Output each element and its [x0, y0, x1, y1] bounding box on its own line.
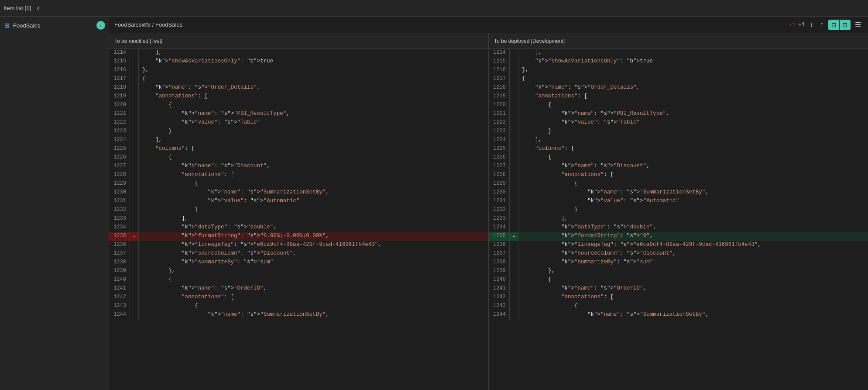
line-code: ],: [518, 215, 868, 224]
line-code: ],: [518, 136, 868, 145]
line-number: 1229: [489, 180, 510, 189]
line-number: 1237: [109, 250, 130, 259]
table-row: 1230 "k">"name": "s">"SummarizationSetBy…: [109, 189, 488, 197]
line-gutter: [130, 93, 139, 101]
line-gutter: [510, 276, 518, 285]
line-number: 1222: [109, 119, 130, 128]
line-code: "k">"lineageTag": "s">"e6ca9cf4-89aa-429…: [518, 241, 868, 250]
line-number: 1240: [109, 276, 130, 285]
line-number: 1234: [109, 224, 130, 232]
table-row: 1223 }: [109, 128, 488, 136]
line-number: 1219: [489, 93, 510, 101]
table-row: 1239 },: [109, 267, 488, 276]
table-row: 1219 "annotations": [: [109, 93, 488, 101]
line-gutter: [510, 136, 518, 145]
split-view-button[interactable]: ⊟: [829, 20, 840, 30]
table-row: 1232 }: [109, 206, 488, 215]
table-row: 1236 "k">"lineageTag": "s">"e6ca9cf4-89a…: [109, 241, 488, 250]
line-number: 1228: [109, 171, 130, 180]
line-code: "k">"value": "s">"Table": [139, 119, 488, 128]
line-code: "columns": [: [518, 145, 868, 154]
line-code: "k">"sourceColumn": "s">"Discount",: [518, 250, 868, 259]
line-gutter: [130, 206, 139, 215]
sidebar-item-foodsales[interactable]: ⊞ FoodSales ↓: [0, 18, 109, 32]
line-number: 1236: [109, 241, 130, 250]
line-code: "k">"value": "s">"Automatic": [518, 197, 868, 206]
line-gutter: [130, 110, 139, 119]
table-row: 1236 "k">"lineageTag": "s">"e6ca9cf4-89a…: [489, 241, 868, 250]
table-row: 1234 "k">"dataType": "s">"double",: [489, 224, 868, 232]
nav-up-button[interactable]: ↑: [818, 20, 826, 30]
table-row: 1221 "k">"name": "s">"PBI_ResultType",: [109, 110, 488, 119]
line-number: 1241: [489, 285, 510, 293]
inline-view-button[interactable]: ⊡: [840, 20, 850, 30]
table-row: 1233 ],: [109, 215, 488, 224]
line-number: 1221: [109, 110, 130, 119]
line-code: {: [139, 154, 488, 162]
line-code: ],: [139, 215, 488, 224]
table-row: 1242 "annotations": [: [489, 293, 868, 302]
line-code: {: [139, 180, 488, 189]
line-code: {: [518, 276, 868, 285]
line-gutter: [510, 189, 518, 197]
collapse-icon[interactable]: ‹: [36, 4, 41, 12]
line-gutter: [510, 110, 518, 119]
table-row: 1242 "annotations": [: [109, 293, 488, 302]
left-panel-content[interactable]: 1214 ],1215 "k">"showAsVariationsOnly": …: [109, 49, 488, 390]
line-code: ],: [139, 136, 488, 145]
table-row: 1217{: [489, 75, 868, 84]
line-gutter: [130, 215, 139, 224]
table-row: 1237 "k">"sourceColumn": "s">"Discount",: [109, 250, 488, 259]
line-gutter: [510, 128, 518, 136]
line-gutter: [130, 128, 139, 136]
line-code: "annotations": [: [518, 293, 868, 302]
line-gutter: [510, 285, 518, 293]
line-gutter: [510, 145, 518, 154]
line-gutter: [510, 58, 518, 66]
line-number: 1215: [109, 58, 130, 66]
line-number: 1238: [489, 259, 510, 267]
line-number: 1232: [489, 206, 510, 215]
sidebar: ⊞ FoodSales ↓: [0, 17, 109, 390]
nav-down-button[interactable]: ↓: [808, 20, 816, 30]
left-code-area: 1214 ],1215 "k">"showAsVariationsOnly": …: [109, 49, 488, 320]
line-gutter: [510, 162, 518, 171]
line-number: 1218: [109, 84, 130, 93]
line-number: 1216: [489, 66, 510, 75]
line-gutter: [130, 311, 139, 320]
line-gutter: [510, 267, 518, 276]
table-row: 1218 "k">"name": "s">"Order_Details",: [489, 84, 868, 93]
line-code: {: [139, 276, 488, 285]
line-code: "k">"name": "s">"Order_Details",: [139, 84, 488, 93]
line-gutter: [130, 189, 139, 197]
diff-count-negative: -1: [789, 21, 796, 28]
line-code: "k">"name": "s">"Order_Details",: [518, 84, 868, 93]
table-row: 1243 {: [109, 302, 488, 311]
line-code: "k">"value": "s">"Table": [518, 119, 868, 128]
view-toggle: ⊟ ⊡: [828, 20, 851, 30]
right-panel-content[interactable]: 1214 ],1215 "k">"showAsVariationsOnly": …: [489, 49, 868, 390]
line-gutter: [510, 215, 518, 224]
line-gutter: [510, 49, 518, 58]
line-code: {: [518, 302, 868, 311]
line-code: },: [139, 267, 488, 276]
main-layout: ⊞ FoodSales ↓ FoodSalesWS / FoodSales -1…: [0, 17, 868, 390]
line-code: "k">"name": "s">"SummarizationSetBy",: [139, 311, 488, 320]
line-gutter: [130, 267, 139, 276]
diff-area: To be modified [Test] 1214 ],1215 "k">"s…: [109, 33, 868, 390]
grid-icon: ⊞: [3, 22, 10, 29]
line-number: 1214: [489, 49, 510, 58]
line-gutter: [130, 101, 139, 110]
table-row: 1243 {: [489, 302, 868, 311]
table-row: 1218 "k">"name": "s">"Order_Details",: [109, 84, 488, 93]
line-gutter: [130, 58, 139, 66]
table-row: 1227 "k">"name": "s">"Discount",: [109, 162, 488, 171]
file-icon[interactable]: ☰: [853, 20, 863, 30]
right-panel-header: To be deployed [Development]: [489, 33, 868, 49]
table-row: 1217{: [109, 75, 488, 84]
line-number: 1241: [109, 285, 130, 293]
line-number: 1223: [109, 128, 130, 136]
line-number: 1226: [489, 154, 510, 162]
line-code: },: [518, 267, 868, 276]
breadcrumb: FoodSalesWS / FoodSales: [114, 21, 786, 28]
